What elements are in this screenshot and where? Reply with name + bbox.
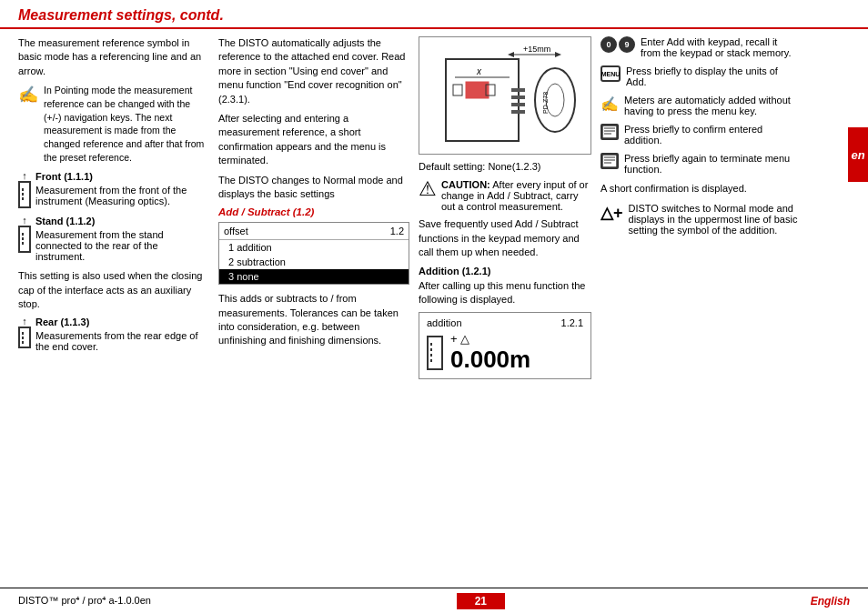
rear-title: Rear (1.1.3) [35, 317, 209, 327]
svg-rect-16 [446, 59, 519, 141]
row-enter-add: 0 9 Enter Add with keypad, recall it fro… [601, 36, 799, 58]
stand-icon: ↑ [18, 216, 31, 253]
svg-rect-8 [19, 327, 30, 347]
addition-box-header: addition 1.2.1 [427, 317, 583, 328]
keypad-icon-9: 9 [619, 36, 635, 53]
column-1: The measurement reference symbol in basi… [18, 36, 218, 569]
svg-rect-11 [22, 341, 24, 344]
svg-rect-20 [453, 85, 462, 95]
svg-rect-7 [22, 242, 24, 245]
terminate-icon [601, 153, 619, 169]
row3-text: Meters are automaticly added without hav… [624, 95, 799, 116]
svg-rect-3 [22, 197, 24, 200]
confirm-icon [601, 124, 619, 140]
caution-title: CAUTION: [441, 179, 490, 190]
front-text: Front (1.1.1) Measurement from the front… [35, 171, 209, 206]
plus-triangle-icon: △+ [601, 203, 623, 223]
measurement-diagram: +15mm x [419, 36, 591, 155]
offset-item-subtraction[interactable]: 2 subtraction [219, 255, 409, 269]
svg-point-22 [535, 68, 575, 132]
rear-desc: Measurements from the rear edge of the e… [35, 330, 209, 352]
arrow-up-stand-icon: ↑ [22, 216, 27, 226]
offset-value: 1.2 [390, 226, 404, 236]
row-terminate: Press briefly again to terminate menu fu… [601, 153, 799, 175]
main-content: The measurement reference symbol in basi… [0, 29, 868, 569]
caution-box: ⚠ CAUTION: After every input of or chang… [419, 179, 591, 212]
addition-formula: + △ [450, 332, 530, 346]
row6-text: DISTO switches to Normal mode and displa… [629, 203, 799, 236]
row-confirm-addition: Press briefly to confirm entered additio… [601, 124, 799, 146]
rear-icon: ↑ [18, 317, 31, 348]
column-4: 0 9 Enter Add with keypad, recall it fro… [601, 36, 819, 569]
svg-marker-15 [555, 52, 561, 57]
svg-rect-30 [430, 343, 432, 346]
col2-intro1: The DISTO automatically adjusts the refe… [218, 36, 409, 106]
note-icon: ✍ [18, 85, 38, 105]
svg-rect-10 [22, 337, 24, 339]
stand-title: Stand (1.1.2) [35, 216, 209, 226]
row4-text: Press briefly to confirm entered additio… [624, 124, 799, 146]
menu-icon: MENU [601, 65, 621, 82]
svg-rect-32 [430, 354, 432, 357]
front-measurement: ↑ Front (1.1.1) Measurement from the fro… [18, 171, 209, 208]
row5-text: Press briefly again to terminate menu fu… [624, 153, 799, 175]
offset-dropdown: offset 1.2 1 addition 2 subtraction 3 no… [218, 222, 409, 285]
row-display-units: MENU Press briefly to display the units … [601, 65, 799, 87]
keypad-icon-0: 0 [601, 36, 617, 53]
svg-rect-29 [428, 337, 442, 369]
svg-rect-19 [466, 82, 489, 98]
stand-text: Stand (1.1.2) Measurement from the stand… [35, 216, 209, 262]
stand-desc: Measurement from the stand connected to … [35, 229, 209, 262]
pointing-mode-note: ✍ In Pointing mode the measurement refer… [18, 84, 209, 164]
page-title: Measurement settings, contd. [18, 7, 224, 23]
svg-rect-27 [511, 110, 525, 114]
addition-formula-area: + △ 0.000m [450, 332, 530, 374]
note2-icon: ✍ [601, 95, 619, 113]
row1-text: Enter Add with keypad, recall it from th… [641, 36, 799, 58]
svg-rect-24 [511, 88, 525, 92]
offset-item-none[interactable]: 3 none [219, 269, 409, 284]
caution-icon: ⚠ [419, 177, 437, 201]
svg-rect-0 [19, 182, 30, 207]
svg-rect-4 [19, 226, 30, 252]
arrow-up-rear-icon: ↑ [22, 317, 27, 327]
svg-rect-2 [22, 193, 24, 196]
col2-intro3: The DISTO changes to Normal mode and dis… [218, 174, 409, 202]
front-device-icon [18, 181, 31, 208]
svg-text:+15mm: +15mm [523, 45, 550, 54]
svg-rect-6 [22, 237, 24, 240]
svg-rect-9 [22, 332, 24, 335]
offset-label: offset [224, 226, 248, 236]
footer-language: English [811, 595, 850, 608]
front-icon: ↑ [18, 171, 31, 208]
addition-value-label: 1.2.1 [561, 317, 583, 328]
language-tab: en [848, 127, 868, 182]
default-setting: Default setting: None(1.2.3) [419, 160, 591, 174]
row2-text: Press briefly to display the units of Ad… [626, 65, 799, 87]
rear-text: Rear (1.1.3) Measurements from the rear … [35, 317, 209, 352]
caution-text: CAUTION: After every input of or change … [441, 179, 591, 212]
col2-intro2: After selecting and entering a measureme… [218, 112, 409, 168]
addition-display-row: + △ 0.000m [427, 332, 583, 374]
offset-items: 1 addition 2 subtraction 3 none [219, 239, 409, 284]
arrow-up-icon: ↑ [22, 171, 27, 181]
save-text: Save frequently used Add / Subtract func… [419, 217, 591, 259]
offset-item-addition[interactable]: 1 addition [219, 240, 409, 255]
addition-value: 0.000m [450, 346, 530, 374]
page-header: Measurement settings, contd. [0, 0, 868, 29]
adds-text: This adds or subtracts to / from measure… [218, 292, 409, 348]
svg-text:PD-Z78: PD-Z78 [542, 92, 549, 114]
offset-header: offset 1.2 [219, 223, 409, 239]
svg-rect-1 [22, 188, 24, 191]
column-2: The DISTO automatically adjusts the refe… [218, 36, 419, 569]
terminate-svg [602, 155, 617, 167]
rear-device-icon [18, 327, 31, 348]
addition-label: addition [427, 317, 462, 328]
device-diagram-svg: +15mm x [428, 41, 582, 150]
auxiliary-note: This setting is also used when the closi… [18, 269, 209, 311]
language-tab-text: en [851, 148, 864, 162]
svg-rect-26 [511, 103, 525, 106]
confirmation-text: A short confirmation is displayed. [601, 182, 799, 196]
front-title: Front (1.1.1) [35, 171, 209, 182]
addition-display-box: addition 1.2.1 + △ 0.000m [419, 312, 591, 379]
